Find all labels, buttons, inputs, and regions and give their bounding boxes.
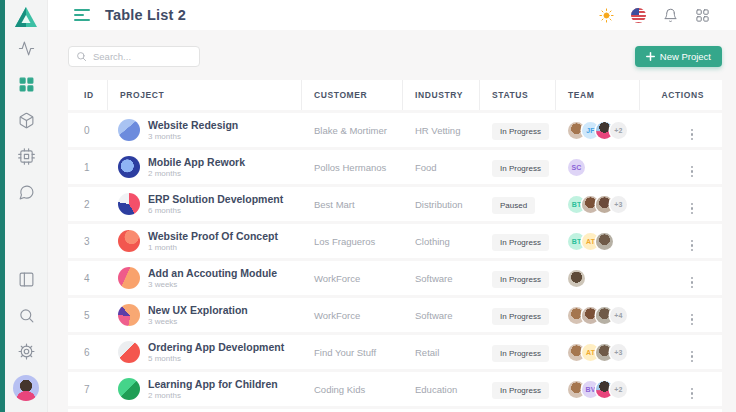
plus-icon [646, 52, 655, 61]
activity-icon [18, 40, 35, 57]
cell-status: In Progress [480, 261, 556, 295]
cell-project: Website Redesign3 months [108, 113, 302, 147]
project-icon [118, 267, 140, 289]
sun-icon-button[interactable] [595, 4, 618, 26]
cell-status: In Progress [480, 150, 556, 184]
cell-status: In Progress [480, 372, 556, 406]
us-flag-icon-button[interactable] [627, 4, 650, 26]
row-actions-button[interactable] [688, 274, 697, 292]
project-icon [118, 193, 140, 215]
cell-project: Mobile App Rework2 months [108, 150, 302, 184]
cell-team: BT+3 [556, 187, 640, 221]
sidebar-item-box-icon[interactable] [5, 102, 47, 138]
apps-icon [18, 76, 35, 93]
row-actions-button[interactable] [688, 200, 697, 218]
grid-icon [695, 8, 710, 23]
us-flag-icon [631, 8, 646, 23]
row-actions-button[interactable] [688, 126, 697, 144]
cell-industry: Software [403, 298, 480, 332]
team-avatar-initials: SC [568, 159, 585, 176]
sun-icon [599, 8, 614, 23]
sidebar-item-chat-icon[interactable] [5, 174, 47, 210]
sidebar-item-search-icon[interactable] [5, 297, 47, 333]
project-duration: 1 month [148, 243, 278, 252]
project-name: Mobile App Rework [148, 156, 245, 168]
column-header-team: TEAM [556, 80, 640, 110]
sidebar-item-layout-icon[interactable] [5, 261, 47, 297]
search-icon [76, 51, 87, 62]
table-body: 0Website Redesign3 monthsBlake & Mortime… [68, 113, 722, 412]
cell-id: 1 [68, 150, 108, 184]
new-project-button[interactable]: New Project [635, 46, 722, 67]
row-actions-button[interactable] [688, 163, 697, 181]
chat-icon [18, 184, 35, 201]
sidebar-bottom-nav [0, 261, 47, 412]
cell-team: JF+2 [556, 113, 640, 147]
cell-actions [640, 372, 722, 406]
row-actions-button[interactable] [688, 311, 697, 329]
search-input[interactable] [93, 51, 192, 62]
sidebar-item-gear-icon[interactable] [5, 333, 47, 369]
table-row: 3Website Proof Of Concept1 monthLos Frag… [68, 224, 722, 258]
cell-customer: Best Mart [302, 187, 403, 221]
sidebar [0, 0, 48, 412]
project-duration: 2 months [148, 169, 245, 178]
triangle-logo [14, 6, 38, 28]
cell-id: 5 [68, 298, 108, 332]
sidebar-item-chip-icon[interactable] [5, 138, 47, 174]
row-actions-button[interactable] [688, 348, 697, 366]
sidebar-nav [0, 30, 47, 210]
topbar-actions [595, 4, 714, 26]
cell-customer: WorkForce [302, 261, 403, 295]
column-header-status: STATUS [480, 80, 556, 110]
sidebar-item-activity-icon[interactable] [5, 30, 47, 66]
project-icon [118, 156, 140, 178]
cell-project: Ordering App Development5 months [108, 335, 302, 369]
project-name: New UX Exploration [148, 304, 248, 316]
cell-customer: Los Fragueros [302, 224, 403, 258]
cell-actions [640, 150, 722, 184]
project-duration: 6 months [148, 206, 283, 215]
project-icon [118, 304, 140, 326]
row-actions-button[interactable] [688, 385, 697, 403]
cell-actions [640, 224, 722, 258]
status-badge: In Progress [492, 271, 549, 288]
app-logo[interactable] [14, 6, 38, 28]
project-icon [118, 230, 140, 252]
cell-industry: Food [403, 150, 480, 184]
cell-actions [640, 298, 722, 332]
project-duration: 3 weeks [148, 317, 248, 326]
table-row: 0Website Redesign3 monthsBlake & Mortime… [68, 113, 722, 147]
cell-project: Add an Accouting Module3 weeks [108, 261, 302, 295]
column-header-industry: INDUSTRY [403, 80, 480, 110]
grid-icon-button[interactable] [691, 4, 714, 26]
search-box [68, 46, 200, 67]
row-actions-button[interactable] [688, 237, 697, 255]
cell-status: In Progress [480, 298, 556, 332]
table-head-row: IDPROJECTCUSTOMERINDUSTRYSTATUSTEAMACTIO… [68, 80, 722, 110]
cell-id: 3 [68, 224, 108, 258]
cell-team: BTAT [556, 224, 640, 258]
cell-id: 4 [68, 261, 108, 295]
project-duration: 3 weeks [148, 280, 277, 289]
menu-toggle-button[interactable] [74, 9, 90, 21]
projects-table: IDPROJECTCUSTOMERINDUSTRYSTATUSTEAMACTIO… [68, 77, 722, 412]
status-badge: In Progress [492, 382, 549, 399]
project-name: Website Proof Of Concept [148, 230, 278, 242]
cell-customer: Find Your Stuff [302, 335, 403, 369]
column-header-customer: CUSTOMER [302, 80, 403, 110]
project-name: Add an Accouting Module [148, 267, 277, 279]
topbar: Table List 2 [48, 0, 736, 30]
cell-team: +4 [556, 298, 640, 332]
project-name: Website Redesign [148, 119, 238, 131]
sidebar-item-apps-icon[interactable] [5, 66, 47, 102]
cell-customer: WorkForce [302, 298, 403, 332]
user-avatar[interactable] [13, 375, 39, 401]
cell-id: 2 [68, 187, 108, 221]
cell-actions [640, 113, 722, 147]
status-badge: In Progress [492, 123, 549, 140]
team-more-count: +3 [610, 196, 627, 213]
cell-project: New UX Exploration3 weeks [108, 298, 302, 332]
table-row: 1Mobile App Rework2 monthsPollos Hermano… [68, 150, 722, 184]
bell-icon-button[interactable] [659, 4, 682, 26]
